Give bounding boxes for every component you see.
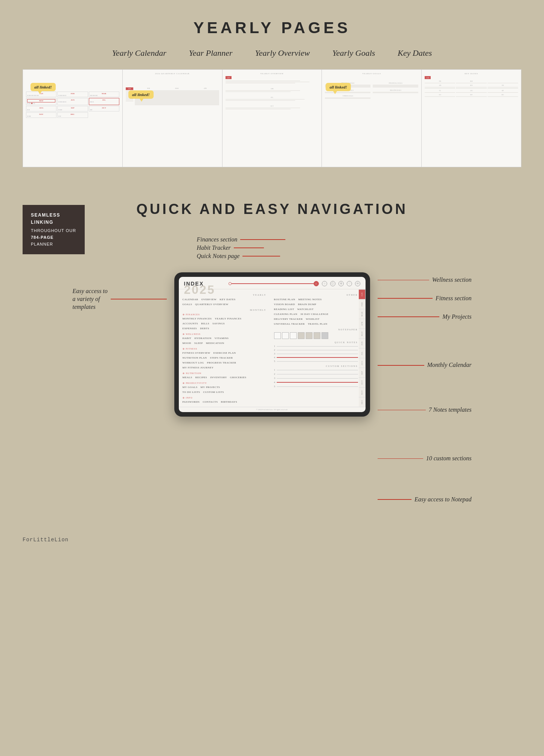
index-cleaning-plan[interactable]: CLEANING PLAN [274, 313, 297, 316]
projects-ann-line [378, 316, 440, 317]
wellness-row-2: MOOD SLEEP MEDICATION [183, 341, 267, 345]
notepad-ann: Easy access to Notepad [414, 496, 472, 504]
index-travel-plan[interactable]: TRAVEL PLAN [308, 322, 328, 325]
index-routine-plan[interactable]: ROUTINE PLAN [274, 298, 296, 301]
index-item-goals[interactable]: GOALS [183, 303, 192, 306]
index-delivery-tracker[interactable]: DELIVERY TRACKER [274, 318, 303, 321]
index-vitamins[interactable]: VITAMINS [215, 337, 229, 340]
ann-custom-sections: 10 custom sections [378, 455, 472, 463]
side-tab-may[interactable]: MAY [359, 328, 366, 338]
notepaper-box-1 [274, 332, 281, 339]
index-progress-tracker[interactable]: PROGRESS TRACKER [207, 361, 236, 364]
index-contacts[interactable]: CONTACTS [203, 400, 218, 403]
tab-yearly-calendar[interactable]: Yearly Calendar [112, 48, 166, 58]
tab-yearly-overview[interactable]: Yearly Overview [255, 48, 310, 58]
index-30day[interactable]: 30 DAY CHALLENGE [300, 313, 329, 316]
index-medication[interactable]: MEDICATION [206, 342, 224, 345]
quick-note-3: 3 [274, 352, 358, 355]
yearly-pages-section: YEARLY PAGES Yearly Calendar Year Planne… [0, 0, 544, 179]
index-item-quarterly[interactable]: QUARTERLY OVERVIEW [195, 303, 229, 306]
fitness-sub-header: FITNESS [183, 347, 267, 350]
yearly-items-row: CALENDAR OVERVIEW KEY DATES [183, 297, 267, 302]
index-nutrition-plan[interactable]: NUTRITION PLAN [183, 356, 207, 359]
index-inventory[interactable]: INVENTORY [210, 376, 227, 379]
index-birthdays[interactable]: BIRTHDAYS [221, 400, 238, 403]
index-my-goals[interactable]: MY GOALS [183, 386, 198, 389]
nav-layout: Easy access toa variety oftemplates INDE… [23, 265, 521, 514]
quick-notes-list: 1 2 3 [274, 345, 358, 363]
index-debts[interactable]: DEBTS [200, 327, 209, 330]
other-row-6: UNIVERSAL TRACKER TRAVEL PLAN [274, 322, 358, 326]
bookmark-icon[interactable]: ☆ [322, 281, 327, 286]
index-mood[interactable]: MOOD [183, 342, 191, 345]
index-item-calendar[interactable]: CALENDAR [183, 298, 198, 301]
monthly-section-header: MONTHLY [183, 309, 267, 311]
index-savings[interactable]: SAVINGS [212, 322, 225, 325]
index-todo-lists[interactable]: TO DO LISTS [183, 391, 200, 394]
side-tab-sep[interactable]: SEP [359, 368, 366, 377]
easy-access-line [111, 299, 167, 299]
index-custom-lists[interactable]: CUSTOM LISTS [203, 391, 224, 394]
tab-yearly-goals[interactable]: Yearly Goals [332, 48, 375, 58]
tab-key-dates[interactable]: Key Dates [398, 48, 432, 58]
index-exercise-plan[interactable]: EXERCISE PLAN [213, 351, 236, 354]
index-item-overview[interactable]: OVERVIEW [201, 298, 217, 301]
index-steps-tracker[interactable]: STEPS TRACKER [210, 356, 233, 359]
side-tab-oct[interactable]: OCT [359, 377, 366, 387]
wellness-ann-line [378, 280, 429, 281]
index-accounts[interactable]: ACCOUNTS [183, 322, 198, 325]
index-brain-dump[interactable]: BRAIN DUMP [298, 303, 316, 306]
side-tab-feb[interactable]: FEB [359, 299, 366, 309]
heart-icon[interactable]: ♡ [347, 281, 352, 286]
info-icon[interactable]: ⓘ [330, 281, 335, 286]
index-workout-log[interactable]: WORKOUT LOG [183, 361, 204, 364]
quick-notes-line [242, 256, 280, 257]
preview-strip: all linked! JAN FEB [23, 69, 521, 167]
mail-icon[interactable]: ✉ [355, 281, 360, 286]
side-tab-jan[interactable]: JAN [359, 289, 366, 299]
home-icon[interactable]: ⌂ [314, 281, 319, 286]
yearly-tabs: Yearly Calendar Year Planner Yearly Over… [23, 48, 521, 58]
index-sleep[interactable]: SLEEP [194, 342, 203, 345]
index-vision-board[interactable]: VISION BOARD [274, 303, 295, 306]
side-tab-nov[interactable]: NOV [359, 387, 366, 397]
preview-panel-key-dates: KEY DATES JAN FEBMAR APRMAYJUN JULAUGSEP [422, 70, 521, 167]
index-passwords[interactable]: PASSWORDS [183, 400, 200, 403]
index-yearly-finances[interactable]: YEARLY FINANCES [215, 317, 242, 320]
side-tab-jul[interactable]: JUL [359, 348, 366, 358]
index-universal-tracker[interactable]: UNIVERSAL TRACKER [274, 322, 305, 325]
side-tab-jun[interactable]: JUN [359, 338, 366, 348]
nav-title: QUICK AND EASY NAVIGATION [136, 201, 408, 217]
index-hydration[interactable]: HYDRATION [194, 337, 211, 340]
index-reading-list[interactable]: READING LIST [274, 308, 294, 311]
notepaper-box-6 [314, 332, 320, 339]
notepaper-box-3 [290, 332, 297, 339]
index-habit[interactable]: HABIT [183, 337, 192, 340]
index-item-key-dates[interactable]: KEY DATES [219, 298, 235, 301]
index-meeting-notes[interactable]: MEETING NOTES [298, 298, 322, 301]
index-fitness-journey[interactable]: MY FITNESS JOURNEY [183, 366, 214, 369]
side-tab-apr[interactable]: APR [359, 319, 366, 328]
side-tab-aug[interactable]: AUG [359, 358, 366, 368]
index-watchlist[interactable]: WATCHLIST [297, 308, 314, 311]
index-fitness-overview[interactable]: FITNESS OVERVIEW [183, 351, 210, 354]
index-my-projects[interactable]: MY PROJECTS [201, 386, 220, 389]
index-left-column: YEARLY CALENDAR OVERVIEW KEY DATES GOALS… [183, 292, 267, 405]
wellness-row-1: HABIT HYDRATION VITAMINS [183, 336, 267, 341]
index-meals[interactable]: MEALS [183, 376, 192, 379]
index-bills[interactable]: BILLS [201, 322, 209, 325]
settings-icon[interactable]: ⚙ [338, 281, 344, 286]
side-tab-mar[interactable]: MAR [359, 309, 366, 319]
index-recipes[interactable]: RECIPES [195, 376, 207, 379]
index-expenses[interactable]: EXPENSES [183, 327, 197, 330]
finances-sub-header: FINANCES [183, 313, 267, 316]
fitness-row-3: WORKOUT LOG PROGRESS TRACKER [183, 360, 267, 365]
tab-year-planner[interactable]: Year Planner [189, 48, 233, 58]
index-wishlist[interactable]: WISHLIST [306, 318, 320, 321]
custom-section-5: 5 [274, 385, 358, 388]
wellness-section-ann: Wellness section [432, 276, 472, 284]
side-tab-dec[interactable]: DEC [359, 397, 366, 407]
index-groceries[interactable]: GROCERIES [230, 376, 246, 379]
index-monthly-finances[interactable]: MONTHLY FINANCES [183, 317, 212, 320]
other-row-1: ROUTINE PLAN MEETING NOTES [274, 297, 358, 302]
